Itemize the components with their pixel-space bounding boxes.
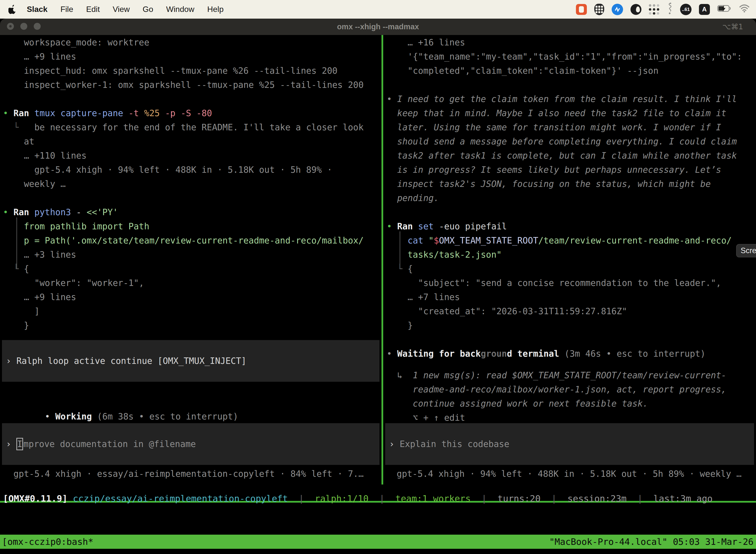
tmux-host-clock: "MacBook-Pro-44.local" 05:03 31-Mar-26 — [549, 535, 756, 549]
terminal-line: … +9 lines — [3, 50, 381, 64]
omx-status-line: [OMX#0.11.9] cczip/essay/ai-reimplementa… — [3, 491, 712, 506]
input-source-icon[interactable]: A — [699, 4, 710, 15]
terminal-line: from pathlib import Path — [3, 219, 381, 233]
terminal-line: '{"team_name":"my-team","task_id":"1","f… — [387, 50, 756, 64]
squiggle-icon[interactable] — [667, 2, 673, 16]
terminal-line: inspect_hud: omx sparkshell --tmux-pane … — [3, 64, 381, 78]
terminal-line: later. Using the same for transition mig… — [387, 120, 756, 134]
wifi-icon[interactable] — [739, 4, 750, 14]
terminal-line: • I need to get the claim token from the… — [387, 92, 756, 106]
terminal-line: └ { — [3, 262, 381, 276]
terminal-line: weekly … — [3, 177, 381, 191]
sync-badge-icon[interactable] — [612, 4, 623, 15]
menu-bar: Slack File Edit View Go Window Help ..61… — [0, 0, 756, 19]
tmux-session-label: [omx-cczip0:bash* — [0, 535, 93, 549]
screen-share-tooltip[interactable]: Scre — [736, 244, 756, 258]
terminal-line: should send a message before completing … — [387, 134, 756, 149]
menu-item-slack[interactable]: Slack — [27, 5, 48, 14]
input-placeholder-text: Explain this codebase — [394, 439, 509, 449]
tool-call-connector — [399, 231, 400, 268]
terminal-line: gpt-5.4 xhigh · 94% left · 488K in · 5.1… — [3, 163, 381, 177]
menu-item-go[interactable]: Go — [143, 5, 153, 14]
terminal-line: └ { — [387, 262, 756, 276]
terminal-line: is in progress? It seems likely but perh… — [387, 163, 756, 177]
terminal-line: … +16 lines — [387, 36, 756, 50]
terminal-line: task2 after task1 is complete, but can I… — [387, 149, 756, 163]
terminal-line: ↳ 1 new msg(s): read $OMX_TEAM_STATE_ROO… — [387, 368, 756, 383]
terminal-line: "completed","claim_token":"claim-token"}… — [387, 64, 756, 78]
window-title-bar[interactable]: omx --xhigh --madmax ⌥⌘1 — [0, 19, 756, 35]
terminal-line: … +9 lines — [3, 290, 381, 304]
terminal-line: workspace_mode: worktree — [3, 36, 381, 50]
menu-item-file[interactable]: File — [61, 5, 73, 14]
battery-icon[interactable] — [717, 5, 732, 14]
input-placeholder-text: mprove documentation in @filename — [23, 439, 196, 449]
terminal-line: • Waiting for background terminal (3m 46… — [387, 347, 756, 361]
terminal-window: omx --xhigh --madmax ⌥⌘1 workspace_mode:… — [0, 19, 756, 554]
menu-item-view[interactable]: View — [113, 5, 130, 14]
terminal-line: readme-and-reco/mailbox/worker-1.json, a… — [387, 383, 756, 397]
terminal-line: pending. — [387, 191, 756, 205]
menu-items: Slack File Edit View Go Window Help — [27, 5, 224, 14]
terminal-line — [387, 78, 756, 92]
terminal-line — [387, 333, 756, 347]
terminal-line: inspect task2's JSON, focusing on the st… — [387, 177, 756, 191]
terminal-line — [3, 191, 381, 205]
terminal-line: at — [3, 134, 381, 149]
menu-item-window[interactable]: Window — [166, 5, 194, 14]
terminal-line — [3, 92, 381, 106]
terminal-line — [387, 205, 756, 219]
menu-item-help[interactable]: Help — [207, 5, 224, 14]
queued-message-text: Ralph loop active continue [OMX_TMUX_INJ… — [16, 356, 246, 366]
left-pane-scrollback: workspace_mode: worktree … +9 lines insp… — [3, 36, 381, 333]
grid-shield-icon[interactable] — [594, 4, 604, 15]
pie-icon[interactable] — [630, 4, 641, 15]
terminal-line: ⌥ + ↑ edit — [387, 411, 756, 425]
terminal-line: tasks/task-2.json" — [387, 248, 756, 262]
window-shortcut-badge: ⌥⌘1 — [722, 19, 743, 35]
percent-badge-icon[interactable]: ..61 — [680, 4, 692, 15]
menu-status-icons: ..61 A — [576, 0, 750, 19]
pane-divider[interactable] — [381, 35, 383, 485]
window-title: omx --xhigh --madmax — [0, 19, 756, 35]
terminal-line: keep that in mind. Maybe I also need the… — [387, 106, 756, 120]
tool-call-connector — [16, 217, 17, 268]
terminal-line: "worker": "worker-1", — [3, 276, 381, 290]
text-cursor: I — [16, 438, 23, 450]
terminal-line: } — [387, 319, 756, 333]
pane-right[interactable]: … +16 lines '{"team_name":"my-team","tas… — [383, 35, 756, 485]
model-status-line-right: gpt-5.4 xhigh · 94% left · 488K in · 5.1… — [386, 467, 742, 481]
terminal-line: } — [3, 319, 381, 333]
prompt-chevron: › — [6, 439, 11, 449]
terminal-line: • Ran tmux capture-pane -t %25 -p -S -80 — [3, 106, 381, 120]
terminal-line: p = Path('.omx/state/team/review-current… — [3, 233, 381, 248]
terminal-line: "subject": "send a concise recommendatio… — [387, 276, 756, 290]
terminal-line: … +3 lines — [3, 248, 381, 262]
apple-menu-icon[interactable] — [8, 4, 17, 14]
terminal-line: └ be necessary for the end of the README… — [3, 120, 381, 134]
right-pane-scrollback: … +16 lines '{"team_name":"my-team","tas… — [387, 36, 756, 425]
tmux-status-bar[interactable]: [omx-cczip0:bash* "MacBook-Pro-44.local"… — [0, 535, 756, 549]
terminal-line: cat "$OMX_TEAM_STATE_ROOT/team/review-cu… — [387, 233, 756, 248]
prompt-chevron: › — [6, 356, 11, 366]
prompt-chevron: › — [389, 439, 394, 449]
chat-input-left[interactable]: › Improve documentation in @filename — [2, 423, 379, 465]
queued-message-box[interactable]: › Ralph loop active continue [OMX_TMUX_I… — [2, 340, 379, 382]
terminal-line: continue assigned work or next feasible … — [387, 397, 756, 411]
chat-input-right[interactable]: › Explain this codebase — [385, 423, 754, 465]
terminal-line: • Ran set -euo pipefail — [387, 219, 756, 233]
pane-left[interactable]: workspace_mode: worktree … +9 lines insp… — [0, 35, 381, 485]
terminal-line: ] — [3, 304, 381, 319]
terminal-line — [387, 361, 756, 368]
dots-grid-icon[interactable] — [649, 4, 659, 15]
working-status: • Working (6m 38s • esc to interrupt) — [3, 395, 238, 409]
terminal-content: workspace_mode: worktree … +9 lines insp… — [0, 35, 756, 485]
terminal-line: … +7 lines — [387, 290, 756, 304]
terminal-line: • Ran python3 - <<'PY' — [3, 205, 381, 219]
menu-item-edit[interactable]: Edit — [86, 5, 100, 14]
model-status-line-left: gpt-5.4 xhigh · essay/ai-reimplementatio… — [3, 467, 364, 481]
screen-recording-indicator-icon[interactable] — [576, 4, 587, 15]
terminal-line: … +110 lines — [3, 149, 381, 163]
terminal-line: "created_at": "2026-03-31T11:59:27.816Z" — [387, 304, 756, 319]
terminal-line: [OMX#0.11.9] cczip/essay/ai-reimplementa… — [3, 491, 712, 506]
